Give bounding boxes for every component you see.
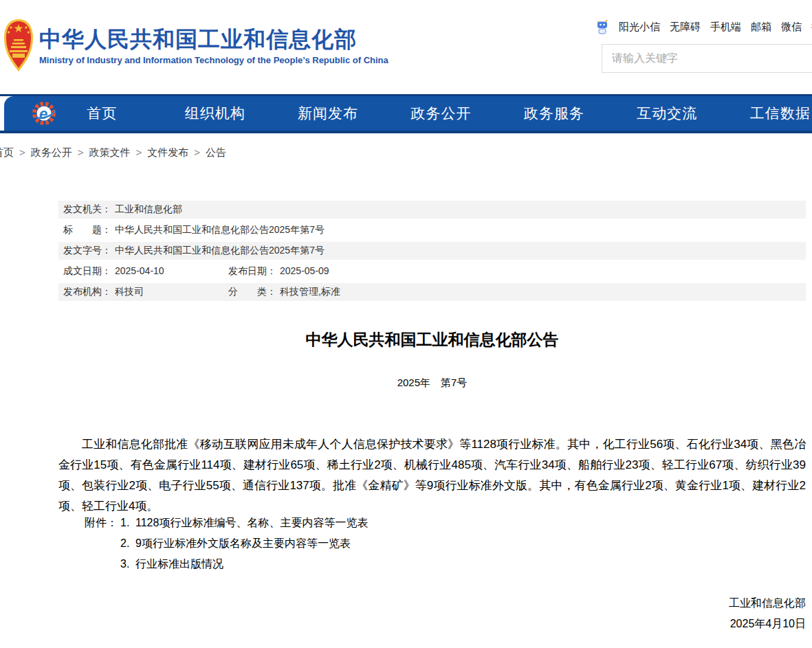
site-title: 中华人民共和国工业和信息化部 <box>39 27 388 51</box>
signature-org: 工业和信息化部 <box>58 593 806 614</box>
main-nav: e 首页组织机构新闻发布政务公开政务服务互动交流工信数据 <box>0 94 812 133</box>
attachment-item-1[interactable]: 2.9项行业标准外文版名称及主要内容等一览表 <box>120 533 368 554</box>
meta-value: 工业和信息化部 <box>115 203 182 214</box>
doc-title: 中华人民共和国工业和信息化部公告 <box>58 330 806 349</box>
attachment-text: 行业标准出版情况 <box>135 558 223 570</box>
meta-label: 发文字号： <box>63 245 111 256</box>
nav-item-3[interactable]: 政务公开 <box>384 96 497 131</box>
nav-bottom-edge <box>0 131 812 133</box>
meta-row-0: 发文机关：工业和信息化部 <box>58 201 806 219</box>
breadcrumb-item-1[interactable]: 政务公开 <box>31 146 72 158</box>
meta-cell: 发文字号：中华人民共和国工业和信息化部公告2025年第7号 <box>63 245 325 257</box>
meta-row-2: 发文字号：中华人民共和国工业和信息化部公告2025年第7号 <box>58 242 806 260</box>
signature-date: 2025年4月10日 <box>58 614 806 634</box>
breadcrumb-item-0[interactable]: 首页 <box>0 146 14 158</box>
nav-item-0[interactable]: 首页 <box>45 96 158 131</box>
attachments-list: 1.1128项行业标准编号、名称、主要内容等一览表2.9项行业标准外文版名称及主… <box>120 513 368 574</box>
meta-cell: 成文日期：2025-04-10 <box>63 265 228 278</box>
breadcrumb-separator: > <box>194 146 200 158</box>
meta-row-4: 发布机构：科技司分 类：科技管理,标准 <box>58 283 806 301</box>
meta-value: 2025-04-10 <box>115 265 164 276</box>
meta-value: 中华人民共和国工业和信息化部公告2025年第7号 <box>115 245 325 256</box>
quick-link-2[interactable]: 手机端 <box>710 21 741 34</box>
meta-value: 2025-05-09 <box>280 265 329 276</box>
breadcrumb-item-4[interactable]: 公告 <box>206 146 226 158</box>
national-emblem-icon <box>3 19 34 72</box>
search-input[interactable] <box>602 44 812 73</box>
meta-value: 中华人民共和国工业和信息化部公告2025年第7号 <box>115 224 325 235</box>
breadcrumb-item-3[interactable]: 文件发布 <box>147 146 188 158</box>
meta-cell: 标 题：中华人民共和国工业和信息化部公告2025年第7号 <box>63 224 325 236</box>
site-subtitle: Ministry of Industry and Information Tec… <box>39 55 388 65</box>
attachment-item-0[interactable]: 1.1128项行业标准编号、名称、主要内容等一览表 <box>120 513 368 533</box>
attachments-label: 附件： <box>85 513 120 574</box>
quick-links: 阳光小信无障碍手机端邮箱微信微博 <box>619 21 812 34</box>
meta-row-3: 成文日期：2025-04-10发布日期：2025-05-09 <box>58 262 806 280</box>
meta-label: 成文日期： <box>63 265 111 276</box>
quick-links-row: 阳光小信无障碍手机端邮箱微信微博 <box>595 19 812 34</box>
quick-link-1[interactable]: 无障碍 <box>670 21 701 34</box>
attachment-number: 1. <box>120 513 135 533</box>
meta-table: 发文机关：工业和信息化部标 题：中华人民共和国工业和信息化部公告2025年第7号… <box>58 201 806 304</box>
site-title-block: 中华人民共和国工业和信息化部 Ministry of Industry and … <box>39 27 388 65</box>
site-header: 中华人民共和国工业和信息化部 Ministry of Industry and … <box>0 0 812 94</box>
mascot-robot-icon <box>595 19 609 34</box>
meta-cell: 发布机构：科技司 <box>63 286 228 298</box>
nav-item-4[interactable]: 政务服务 <box>498 96 611 131</box>
quick-link-4[interactable]: 微信 <box>781 21 802 34</box>
attachment-item-2[interactable]: 3.行业标准出版情况 <box>120 554 368 574</box>
meta-cell: 发文机关：工业和信息化部 <box>63 203 182 216</box>
body-paragraph: 工业和信息化部批准《移动互联网应用未成年人个人信息保护技术要求》等1128项行业… <box>58 434 806 517</box>
breadcrumb-separator: > <box>136 146 142 158</box>
meta-label: 发布日期： <box>228 265 276 276</box>
nav-bar: e 首页组织机构新闻发布政务公开政务服务互动交流工信数据 <box>4 96 812 131</box>
nav-item-2[interactable]: 新闻发布 <box>272 96 384 131</box>
meta-cell: 发布日期：2025-05-09 <box>228 265 329 278</box>
nav-items: 首页组织机构新闻发布政务公开政务服务互动交流工信数据 <box>45 96 812 131</box>
nav-item-6[interactable]: 工信数据 <box>724 96 812 131</box>
attachment-number: 2. <box>120 533 135 554</box>
attachments: 附件： 1.1128项行业标准编号、名称、主要内容等一览表2.9项行业标准外文版… <box>85 513 368 574</box>
nav-item-5[interactable]: 互动交流 <box>611 96 723 131</box>
meta-label: 标 题： <box>63 224 111 235</box>
meta-value: 科技司 <box>115 286 144 297</box>
attachment-number: 3. <box>120 554 135 574</box>
meta-cell: 分 类：科技管理,标准 <box>228 286 340 298</box>
meta-value: 科技管理,标准 <box>280 286 340 297</box>
issue-number: 2025年 第7号 <box>58 375 806 390</box>
meta-label: 发布机构： <box>63 286 111 297</box>
breadcrumb: 首页>政务公开>政策文件>文件发布>公告 <box>0 142 226 163</box>
quick-link-0[interactable]: 阳光小信 <box>619 21 660 34</box>
quick-link-3[interactable]: 邮箱 <box>751 21 771 34</box>
breadcrumb-separator: > <box>19 146 25 158</box>
meta-label: 发文机关： <box>63 203 111 214</box>
breadcrumb-item-2[interactable]: 政策文件 <box>89 146 131 158</box>
nav-item-1[interactable]: 组织机构 <box>158 96 271 131</box>
breadcrumb-separator: > <box>78 146 84 158</box>
attachment-text: 1128项行业标准编号、名称、主要内容等一览表 <box>135 517 368 528</box>
meta-row-1: 标 题：中华人民共和国工业和信息化部公告2025年第7号 <box>58 221 806 239</box>
meta-label: 分 类： <box>228 286 276 297</box>
attachment-text: 9项行业标准外文版名称及主要内容等一览表 <box>135 537 351 549</box>
